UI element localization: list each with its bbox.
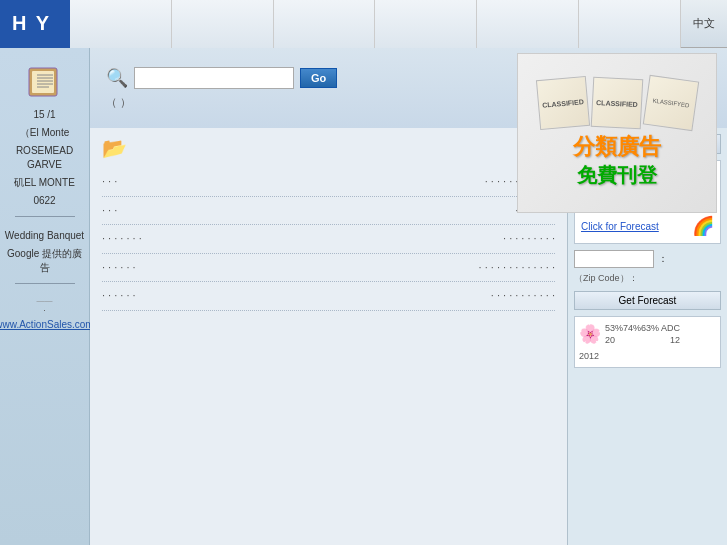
zip-code-label: （Zip Code）： (574, 272, 721, 285)
article-row-2: · · · · · · · · · · (102, 197, 555, 226)
stat-1: 53% (605, 323, 623, 333)
zip-row: ： (574, 250, 721, 268)
nav-tab-4[interactable] (375, 0, 477, 48)
weather-link-row: Click for Forecast 🌈 (581, 215, 714, 237)
newspaper-2: CLASSIFIED (591, 76, 644, 129)
search-left-group: 🔍 Go （ ） (106, 67, 337, 110)
stats-year-row: 2012 (579, 351, 716, 361)
article-row-3: · · · · · · · · · · · · · · · · (102, 225, 555, 254)
search-row: 🔍 Go (106, 67, 337, 89)
sidebar-action-link[interactable]: www.ActionSales.com (0, 319, 94, 330)
flower-icon: 🌸 (579, 323, 601, 345)
center-right-wrapper: 🔍 Go （ ） CLASSIFIED CLASSIFIED KLASSIF (90, 48, 727, 545)
article-left-5: · · · · · · (102, 287, 491, 305)
stats-year: 2012 (579, 351, 599, 361)
stats-box: 🌸 53% 74% 63% ADC 20 12 (574, 316, 721, 368)
sidebar-book-icon (27, 64, 63, 100)
newspaper-stack: CLASSIFIED CLASSIFIED KLASSIFYED (538, 78, 696, 128)
sidebar-code: 0622 (33, 194, 55, 208)
article-left-3: · · · · · · · (102, 230, 503, 248)
sidebar-location3: 矶EL MONTE (14, 176, 75, 190)
search-hint: （ ） (106, 95, 337, 110)
article-right-3: · · · · · · · · · (503, 230, 555, 248)
article-left-1: · · · (102, 173, 485, 191)
articles-main: 📂 · · · · · · · · · · · · · · · · · · · … (90, 128, 567, 545)
stat-3: 63% ADC (641, 323, 680, 333)
folder-icon-row: 📂 (102, 136, 555, 160)
nav-tab-2[interactable] (172, 0, 274, 48)
zip-input[interactable] (574, 250, 654, 268)
sidebar-dot: · (43, 305, 46, 315)
search-bar: 🔍 Go （ ） CLASSIFIED CLASSIFIED KLASSIF (90, 48, 727, 128)
article-right-4: · · · · · · · · · · · · · (479, 259, 555, 277)
article-left-2: · · · (102, 202, 515, 220)
go-button[interactable]: Go (300, 68, 337, 88)
stats-row-2: 20 12 (605, 335, 680, 345)
main-wrapper: 15 /1 （El Monte ROSEMEAD GARVE 矶EL MONTE… (0, 48, 727, 545)
nav-tab-1[interactable] (70, 0, 172, 48)
sidebar-wedding: Wedding Banquet (5, 229, 84, 243)
zip-label: ： (658, 252, 668, 266)
article-row-4: · · · · · · · · · · · · · · · · · · · (102, 254, 555, 283)
language-switch[interactable]: 中文 (681, 16, 727, 31)
article-left-4: · · · · · · (102, 259, 479, 277)
folder-icon: 📂 (102, 137, 127, 159)
sidebar-location1: （El Monte (20, 126, 69, 140)
book-svg (27, 64, 63, 100)
newspaper-3: KLASSIFYED (643, 74, 699, 130)
sidebar-divider-1 (15, 216, 75, 217)
top-nav: H Y 中文 (0, 0, 727, 48)
classified-banner[interactable]: CLASSIFIED CLASSIFIED KLASSIFYED 分類廣告 免費… (517, 53, 717, 213)
sidebar-dash: —— (37, 296, 53, 305)
left-sidebar: 15 /1 （El Monte ROSEMEAD GARVE 矶EL MONTE… (0, 48, 90, 545)
svg-rect-1 (32, 71, 54, 93)
classified-text-main: 分類廣告 (573, 132, 661, 162)
search-input[interactable] (134, 67, 294, 89)
magnifier-icon: 🔍 (106, 67, 128, 89)
nav-tabs (70, 0, 681, 48)
sidebar-google-ads: Google 提供的廣告 (4, 247, 85, 275)
rainbow-icon: 🌈 (692, 215, 714, 237)
sidebar-edition: 15 /1 (33, 108, 55, 122)
stat-5: 12 (670, 335, 680, 345)
nav-tab-6[interactable] (579, 0, 681, 48)
stat-2: 74% (623, 323, 641, 333)
nav-tab-3[interactable] (274, 0, 376, 48)
get-forecast-button[interactable]: Get Forecast (574, 291, 721, 310)
article-row-1: · · · · · · · · · · · · · · · (102, 168, 555, 197)
stats-flower-row: 🌸 53% 74% 63% ADC 20 12 (579, 321, 716, 347)
article-row-5: · · · · · · · · · · · · · · · · · (102, 282, 555, 311)
stat-4: 20 (605, 335, 615, 345)
newspaper-1: CLASSIFIED (536, 75, 590, 129)
stats-row-1: 53% 74% 63% ADC (605, 323, 680, 333)
article-right-5: · · · · · · · · · · · (491, 287, 555, 305)
stats-labels: 53% 74% 63% ADC 20 12 (605, 321, 680, 347)
sidebar-divider-2 (15, 283, 75, 284)
forecast-link[interactable]: Click for Forecast (581, 221, 659, 232)
sidebar-location2: ROSEMEAD GARVE (4, 144, 85, 172)
classified-text-sub: 免費刊登 (577, 162, 657, 189)
logo: H Y (0, 0, 70, 48)
nav-tab-5[interactable] (477, 0, 579, 48)
